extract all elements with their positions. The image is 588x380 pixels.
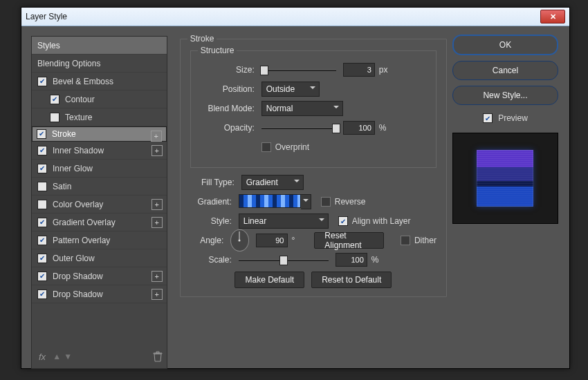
size-slider[interactable] <box>261 69 336 71</box>
preview-swatch <box>477 150 533 207</box>
cancel-button[interactable]: Cancel <box>452 61 558 80</box>
reverse-label: Reverse <box>335 197 366 207</box>
make-default-button[interactable]: Make Default <box>235 272 304 288</box>
add-icon[interactable]: + <box>151 289 163 300</box>
chevron-down-icon <box>319 218 324 224</box>
overprint-checkbox[interactable]: ✔ <box>261 142 271 152</box>
add-icon[interactable]: + <box>151 271 163 282</box>
style-label: Inner Shadow <box>53 146 104 155</box>
style-label: Pattern Overlay <box>53 236 110 245</box>
fill-type-select[interactable]: Gradient <box>241 175 304 190</box>
opacity-label: Opacity: <box>201 123 255 133</box>
gradient-style-select[interactable]: Linear <box>239 213 329 229</box>
style-item-inner-shadow[interactable]: ✔ Inner Shadow + <box>32 142 167 160</box>
style-label: Drop Shadow <box>53 289 103 299</box>
angle-label: Angle: <box>190 236 223 245</box>
chevron-down-icon <box>294 180 300 185</box>
blending-options[interactable]: Blending Options <box>32 55 167 73</box>
style-item-texture[interactable]: ✔ Texture <box>32 108 167 126</box>
style-label: Style: <box>190 216 232 226</box>
overprint-label: Overprint <box>275 142 309 152</box>
structure-title: Structure <box>198 46 237 55</box>
gradient-swatch[interactable] <box>239 194 301 208</box>
fill-type-label: Fill Type: <box>193 178 235 187</box>
style-item-drop-shadow-2[interactable]: ✔ Drop Shadow + <box>32 285 167 303</box>
add-icon[interactable]: + <box>151 199 163 210</box>
up-arrow-icon[interactable]: ▲ <box>51 352 62 361</box>
position-label: Position: <box>201 84 255 94</box>
stroke-title: Stroke <box>187 34 217 44</box>
size-input[interactable] <box>343 63 375 77</box>
check-icon[interactable]: ✔ <box>37 146 47 155</box>
angle-unit: ° <box>292 236 295 245</box>
style-item-inner-glow[interactable]: ✔ Inner Glow <box>32 160 167 178</box>
scale-unit: % <box>371 255 379 265</box>
align-checkbox[interactable]: ✔ <box>338 216 348 226</box>
style-item-gradient-overlay[interactable]: ✔ Gradient Overlay + <box>32 213 167 231</box>
styles-header[interactable]: Styles <box>32 37 167 55</box>
style-item-outer-glow[interactable]: ✔ Outer Glow <box>32 249 167 267</box>
style-label: Contour <box>65 95 95 104</box>
add-icon[interactable]: + <box>151 131 162 142</box>
check-icon[interactable]: ✔ <box>50 95 59 104</box>
check-icon[interactable]: ✔ <box>37 182 47 191</box>
check-icon[interactable]: ✔ <box>37 164 47 173</box>
style-label: Gradient Overlay <box>53 218 116 227</box>
gradient-label: Gradient: <box>190 197 232 207</box>
size-unit: px <box>379 65 388 75</box>
reset-alignment-button[interactable]: Reset Alignment <box>314 232 384 249</box>
styles-footer: fx ▲ ▼ <box>32 345 167 368</box>
preview-box <box>452 133 558 224</box>
opacity-input[interactable] <box>343 121 375 135</box>
preview-label: Preview <box>498 113 528 123</box>
scale-input[interactable] <box>336 253 367 267</box>
check-icon[interactable]: ✔ <box>37 289 47 299</box>
preview-checkbox[interactable]: ✔ <box>483 113 493 123</box>
add-icon[interactable]: + <box>151 145 163 156</box>
check-icon[interactable]: ✔ <box>37 129 46 139</box>
check-icon[interactable]: ✔ <box>37 200 47 209</box>
style-item-contour[interactable]: ✔ Contour <box>32 91 167 108</box>
scale-slider[interactable] <box>239 259 329 261</box>
check-icon[interactable]: ✔ <box>37 272 47 281</box>
reverse-checkbox[interactable]: ✔ <box>321 197 331 207</box>
style-item-satin[interactable]: ✔ Satin <box>32 178 167 196</box>
close-button[interactable]: ✕ <box>540 10 565 23</box>
chevron-down-icon <box>303 199 309 205</box>
check-icon[interactable]: ✔ <box>37 236 47 245</box>
check-icon[interactable]: ✔ <box>37 218 47 227</box>
style-label: Drop Shadow <box>53 272 103 281</box>
new-style-button[interactable]: New Style... <box>452 86 558 105</box>
add-icon[interactable]: + <box>151 217 163 228</box>
position-select[interactable]: Outside <box>261 82 320 97</box>
style-item-bevel[interactable]: ✔ Bevel & Emboss <box>32 73 167 91</box>
style-label: Stroke <box>52 129 76 139</box>
blend-mode-select[interactable]: Normal <box>261 101 343 116</box>
check-icon[interactable]: ✔ <box>50 113 59 122</box>
style-item-drop-shadow-1[interactable]: ✔ Drop Shadow + <box>32 267 167 285</box>
style-item-pattern-overlay[interactable]: ✔ Pattern Overlay <box>32 231 167 249</box>
ok-button[interactable]: OK <box>452 35 558 55</box>
angle-input[interactable] <box>256 234 288 247</box>
style-label: Satin <box>53 182 71 191</box>
opacity-slider[interactable] <box>261 127 336 129</box>
align-label: Align with Layer <box>352 216 411 226</box>
chevron-down-icon <box>310 86 315 92</box>
gradient-dropdown[interactable] <box>301 194 311 209</box>
style-label: Outer Glow <box>53 254 95 263</box>
blend-mode-label: Blend Mode: <box>201 104 255 113</box>
size-label: Size: <box>201 65 255 75</box>
angle-dial[interactable] <box>230 229 248 251</box>
trash-icon[interactable] <box>153 351 163 362</box>
style-item-stroke[interactable]: ✔ Stroke + <box>32 126 167 142</box>
gradient-picker[interactable] <box>239 194 311 209</box>
titlebar[interactable]: Layer Style ✕ <box>21 8 569 26</box>
dither-checkbox[interactable]: ✔ <box>401 236 410 245</box>
reset-to-default-button[interactable]: Reset to Default <box>311 272 392 288</box>
check-icon[interactable]: ✔ <box>37 77 47 86</box>
fx-menu-icon[interactable]: fx <box>39 352 46 362</box>
dither-label: Dither <box>414 236 437 245</box>
down-arrow-icon[interactable]: ▼ <box>62 352 73 361</box>
check-icon[interactable]: ✔ <box>37 254 47 263</box>
style-item-color-overlay[interactable]: ✔ Color Overlay + <box>32 196 167 213</box>
